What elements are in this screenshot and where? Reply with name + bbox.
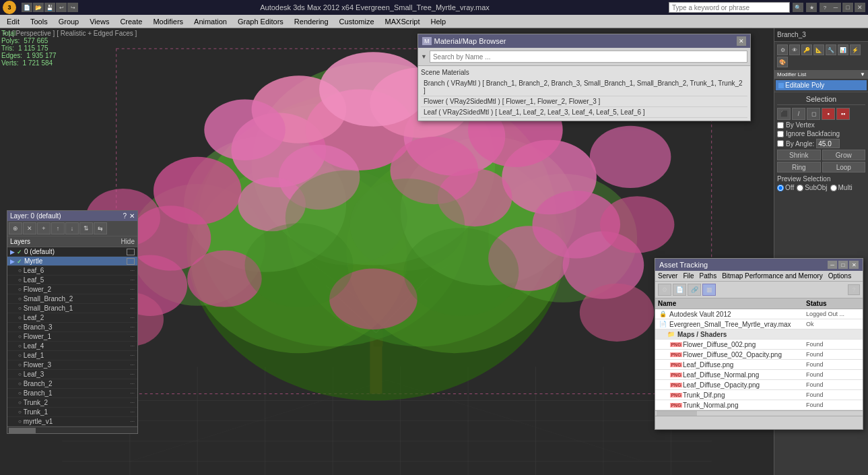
- at-menu-server[interactable]: Server: [658, 272, 677, 280]
- layer-item[interactable]: ○Leaf_1···: [7, 351, 137, 360]
- at-tool-3[interactable]: 🔗: [688, 284, 701, 296]
- layer-item[interactable]: ▶✓0 (default): [7, 247, 137, 257]
- subobj-radio-input[interactable]: [797, 185, 803, 191]
- at-item[interactable]: PNGTrunk_Dif.pngFound: [655, 390, 863, 400]
- at-item[interactable]: PNGFlower_Diffuse_002.pngFound: [655, 340, 863, 350]
- multi-radio-input[interactable]: [830, 185, 837, 191]
- material-browser-titlebar[interactable]: M Material/Map Browser ✕: [418, 34, 750, 48]
- at-menu-paths[interactable]: Paths: [700, 272, 717, 280]
- layer-visibility-box[interactable]: [127, 258, 135, 265]
- rp-icon-3[interactable]: 🔑: [801, 44, 812, 55]
- layers-scrollbar[interactable]: [7, 426, 137, 433]
- layer-tool-6[interactable]: ⇅: [79, 222, 93, 234]
- close-button[interactable]: ✕: [855, 3, 865, 12]
- menu-graph-editors[interactable]: Graph Editors: [232, 16, 289, 27]
- at-item[interactable]: 📄Evergreen_Small_Tree_Myrtle_vray.maxOk: [655, 319, 863, 329]
- redo-icon[interactable]: ↪: [67, 3, 78, 12]
- menu-modifiers[interactable]: Modifiers: [147, 16, 189, 27]
- at-tool-4[interactable]: ▦: [702, 284, 716, 296]
- rp-icon-1[interactable]: ⚙: [777, 44, 788, 55]
- grow-button[interactable]: Grow: [822, 150, 866, 160]
- at-help-button[interactable]: ?: [848, 284, 860, 295]
- at-tool-1[interactable]: ⚙: [658, 284, 671, 296]
- polygon-button[interactable]: ▪: [822, 108, 835, 120]
- menu-tools[interactable]: Tools: [25, 16, 53, 27]
- by-angle-input[interactable]: [816, 139, 840, 148]
- vertex-button[interactable]: ⬛: [777, 108, 791, 120]
- subobj-radio[interactable]: SubObj: [797, 184, 827, 191]
- at-close-button[interactable]: ✕: [849, 261, 859, 269]
- at-item[interactable]: PNGLeaf_Diffuse_Normal.pngFound: [655, 370, 863, 380]
- help-icon[interactable]: ?: [820, 3, 830, 12]
- layer-tool-1[interactable]: ⊕: [9, 222, 22, 234]
- at-menu-options[interactable]: Options: [828, 272, 851, 280]
- layer-item[interactable]: ○Branch_1···: [7, 389, 137, 398]
- menu-maxscript[interactable]: MAXScript: [380, 16, 426, 27]
- layers-help-button[interactable]: ?: [123, 212, 127, 220]
- layer-tool-5[interactable]: ↓: [65, 222, 79, 234]
- by-angle-check[interactable]: [777, 140, 784, 147]
- material-browser-search-input[interactable]: [430, 51, 747, 63]
- at-item[interactable]: 🔒Autodesk Vault 2012Logged Out ...: [655, 309, 863, 319]
- menu-help[interactable]: Help: [426, 16, 452, 27]
- at-horizontal-scrollbar[interactable]: [655, 410, 863, 416]
- layer-tool-2[interactable]: ✕: [23, 222, 36, 234]
- material-item-flower[interactable]: Flower ( VRay2SidedMtl ) [ Flower_1, Flo…: [421, 96, 747, 107]
- by-vertex-checkbox[interactable]: By Vertex: [777, 121, 865, 129]
- modifier-list-dropdown[interactable]: ▼: [860, 71, 865, 77]
- material-item-branch[interactable]: Branch ( VRayMtl ) [ Branch_1, Branch_2,…: [421, 78, 747, 96]
- off-radio-input[interactable]: [777, 185, 784, 191]
- menu-views[interactable]: Views: [84, 16, 114, 27]
- material-browser-close[interactable]: ✕: [737, 36, 746, 46]
- asset-tracking-titlebar[interactable]: Asset Tracking ─ □ ✕: [655, 259, 863, 271]
- material-item-leaf[interactable]: Leaf ( VRay2SidedMtl ) [ Leaf_1, Leaf_2,…: [421, 107, 747, 118]
- bookmark-icon[interactable]: ★: [806, 3, 817, 12]
- minimize-button[interactable]: ─: [830, 3, 841, 12]
- search-icon[interactable]: 🔍: [793, 3, 803, 12]
- at-item[interactable]: PNGLeaf_Diffuse_Opacity.pngFound: [655, 380, 863, 390]
- border-button[interactable]: ◻: [807, 108, 820, 120]
- rp-icon-2[interactable]: 👁: [789, 44, 800, 55]
- layer-item[interactable]: ○Flower_2···: [7, 285, 137, 294]
- layer-tool-4[interactable]: ↑: [51, 222, 65, 234]
- editable-poly-item[interactable]: Editable Poly: [776, 80, 867, 90]
- shrink-button[interactable]: Shrink: [777, 150, 821, 160]
- layer-item[interactable]: ○Branch_3···: [7, 323, 137, 332]
- element-button[interactable]: ▪▪: [836, 108, 850, 120]
- rp-icon-8[interactable]: 🎨: [777, 57, 788, 67]
- at-minimize-button[interactable]: ─: [828, 261, 837, 269]
- at-item[interactable]: PNGLeaf_Diffuse.pngFound: [655, 360, 863, 370]
- layer-item[interactable]: ▶✓Myrtle: [7, 257, 137, 266]
- layer-item[interactable]: ○Small_Branch_2···: [7, 294, 137, 304]
- at-menu-file[interactable]: File: [683, 272, 694, 280]
- menu-rendering[interactable]: Rendering: [289, 16, 334, 27]
- ignore-backfacing-check[interactable]: [777, 131, 784, 137]
- at-item[interactable]: 📁Maps / Shaders: [655, 329, 863, 340]
- at-menu-bitmap[interactable]: Bitmap Performance and Memory: [722, 272, 823, 280]
- ring-button[interactable]: Ring: [777, 162, 821, 172]
- layers-close-button[interactable]: ✕: [129, 212, 135, 220]
- by-vertex-check[interactable]: [777, 122, 784, 129]
- layer-item[interactable]: ○Trunk_1···: [7, 408, 137, 417]
- layer-item[interactable]: ○myrtle_v1···: [7, 417, 137, 426]
- at-tool-2[interactable]: 📄: [673, 284, 686, 296]
- menu-customize[interactable]: Customize: [334, 16, 380, 27]
- off-radio[interactable]: Off: [777, 184, 794, 191]
- menu-animation[interactable]: Animation: [189, 16, 232, 27]
- loop-button[interactable]: Loop: [822, 162, 866, 172]
- layer-item[interactable]: ○Leaf_6···: [7, 266, 137, 276]
- menu-edit[interactable]: Edit: [1, 16, 25, 27]
- at-maximize-button[interactable]: □: [838, 261, 848, 269]
- menu-create[interactable]: Create: [114, 16, 147, 27]
- layer-item[interactable]: ○Small_Branch_1···: [7, 304, 137, 313]
- layer-tool-7[interactable]: ⇆: [94, 222, 107, 234]
- rp-icon-5[interactable]: 🔧: [826, 44, 836, 55]
- layer-item[interactable]: ○Leaf_3···: [7, 370, 137, 379]
- new-icon[interactable]: 📄: [22, 3, 32, 12]
- edge-button[interactable]: /: [792, 108, 805, 120]
- layer-item[interactable]: ○Leaf_4···: [7, 342, 137, 351]
- layer-item[interactable]: ○Flower_3···: [7, 360, 137, 370]
- multi-radio[interactable]: Multi: [830, 184, 853, 191]
- open-icon[interactable]: 📂: [33, 3, 44, 12]
- layer-visibility-box[interactable]: [127, 249, 135, 255]
